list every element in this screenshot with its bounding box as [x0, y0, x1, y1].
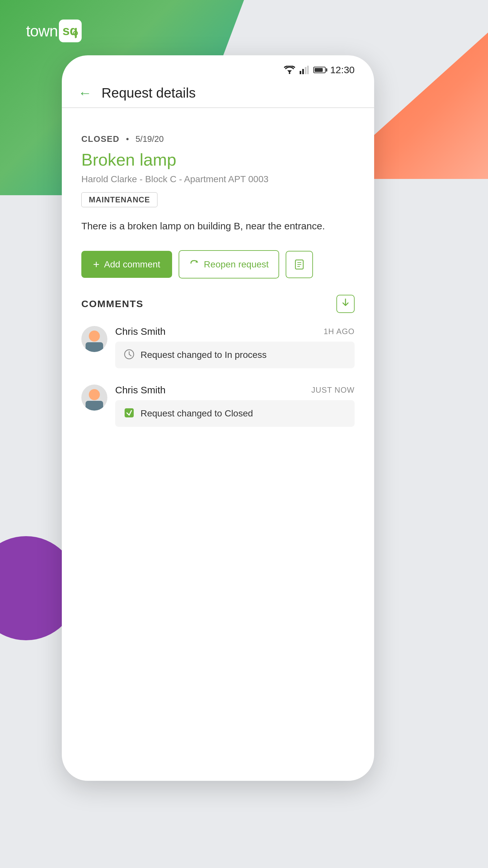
- comments-title: COMMENTS: [81, 298, 144, 309]
- logo-sq-text: sq: [62, 22, 79, 41]
- comment-time: 1H AGO: [324, 327, 355, 336]
- avatar: [81, 326, 108, 352]
- add-comment-label: Add comment: [104, 259, 160, 270]
- svg-rect-6: [302, 69, 304, 74]
- svg-rect-8: [307, 66, 309, 74]
- svg-rect-5: [300, 71, 301, 74]
- comment-bubble: Request changed to In process: [115, 342, 355, 368]
- page-title: Request details: [101, 85, 196, 101]
- wifi-icon: [284, 66, 295, 74]
- closed-icon: [124, 407, 135, 420]
- back-button[interactable]: ←: [78, 86, 92, 100]
- download-icon: [341, 298, 350, 310]
- svg-line-17: [129, 354, 131, 356]
- avatar: [81, 384, 108, 410]
- battery-icon: [313, 67, 326, 73]
- reopen-request-button[interactable]: Reopen request: [179, 250, 279, 278]
- svg-rect-7: [305, 67, 306, 74]
- status-badge: CLOSED: [81, 134, 119, 144]
- content-area: CLOSED • 5/19/20 Broken lamp Harold Clar…: [62, 118, 374, 781]
- comment-meta: Chris Smith 1H AGO: [115, 326, 355, 337]
- svg-point-4: [288, 72, 290, 74]
- svg-rect-18: [125, 408, 134, 417]
- clock-icon: [124, 349, 135, 361]
- category-tag: MAINTENANCE: [81, 192, 157, 207]
- signal-icon: [300, 66, 309, 74]
- request-title: Broken lamp: [81, 150, 355, 169]
- status-row: CLOSED • 5/19/20: [81, 134, 355, 144]
- comment-text: Request changed to In process: [141, 350, 267, 360]
- logo-sq-box: sq: [59, 20, 82, 42]
- status-bar: 12:30: [62, 55, 374, 79]
- header-divider: [62, 108, 374, 108]
- status-dot: •: [126, 134, 129, 144]
- comment-author: Chris Smith: [115, 326, 165, 337]
- comment-bubble: Request changed to Closed: [115, 400, 355, 427]
- comment-item: Chris Smith JUST NOW Request changed to …: [81, 384, 355, 427]
- comment-text: Request changed to Closed: [141, 408, 253, 419]
- reopen-icon: [189, 258, 200, 271]
- comments-header: COMMENTS: [81, 295, 355, 313]
- action-buttons: + Add comment Reopen request: [81, 250, 355, 278]
- request-description: There is a broken lamp on building B, ne…: [81, 218, 355, 234]
- comment-time: JUST NOW: [311, 385, 355, 395]
- requester-info: Harold Clarke - Block C - Apartment APT …: [81, 174, 355, 184]
- status-icons: 12:30: [284, 64, 355, 75]
- logo: town sq: [26, 20, 82, 42]
- comment-author: Chris Smith: [115, 384, 165, 396]
- app-header: ← Request details: [62, 79, 374, 108]
- plus-icon: +: [93, 258, 99, 271]
- download-button[interactable]: [336, 295, 355, 313]
- add-comment-button[interactable]: + Add comment: [81, 251, 172, 278]
- comment-content: Chris Smith 1H AGO Request changed to In…: [115, 326, 355, 368]
- request-date: 5/19/20: [135, 134, 164, 144]
- comment-meta: Chris Smith JUST NOW: [115, 384, 355, 396]
- extra-button[interactable]: [286, 251, 313, 278]
- status-time: 12:30: [330, 64, 355, 75]
- comment-content: Chris Smith JUST NOW Request changed to …: [115, 384, 355, 427]
- logo-text-part: town: [26, 22, 58, 40]
- reopen-label: Reopen request: [204, 259, 269, 270]
- comment-item: Chris Smith 1H AGO Request changed to In…: [81, 326, 355, 368]
- phone-frame: 12:30 ← Request details CLOSED • 5/19/20…: [62, 55, 374, 781]
